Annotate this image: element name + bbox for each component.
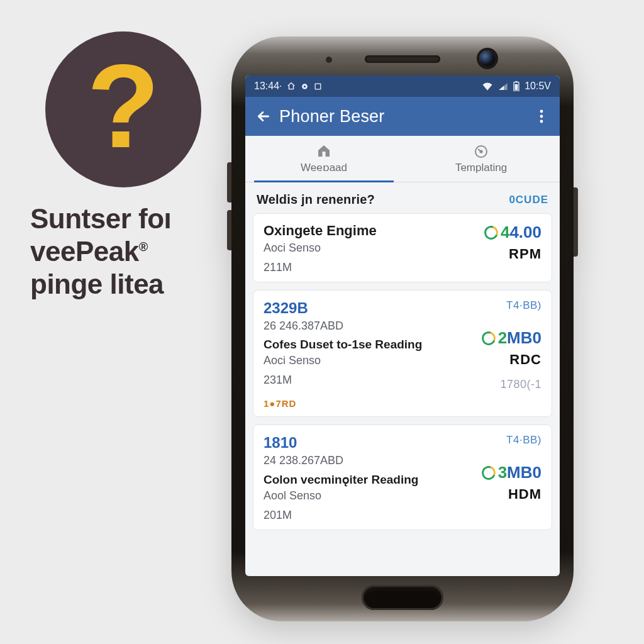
svg-rect-4 xyxy=(515,84,518,91)
card-subtitle: Aoci Senso xyxy=(264,242,377,255)
card-reading-title: Cofes Duset to-1se Reading xyxy=(264,338,422,352)
arrow-left-icon xyxy=(255,108,272,125)
tab-home[interactable]: Weeɒaad xyxy=(245,136,402,182)
svg-point-7 xyxy=(540,115,543,118)
reading-card[interactable]: Oxingete Engime Aoci Senso 211M 44.00 RP… xyxy=(253,213,552,282)
more-vert-icon xyxy=(540,109,543,124)
tab-bar: Weeɒaad Templating xyxy=(245,136,560,182)
value-rest: 4.00 xyxy=(509,223,541,242)
home-button[interactable] xyxy=(362,585,443,610)
front-camera xyxy=(479,50,496,67)
signal-icon xyxy=(498,82,508,91)
card-detail: 211M xyxy=(264,261,377,274)
card-right: T4·BB) 2MB0 RDC 1780(-1 xyxy=(482,299,541,409)
card-value: 44.00 xyxy=(484,223,541,242)
phone-screen: 13:44· xyxy=(245,75,560,576)
value-lead: 4 xyxy=(501,223,509,242)
gauge-ring-icon xyxy=(482,223,500,242)
card-code: 2329B xyxy=(264,299,422,317)
svg-rect-2 xyxy=(316,84,321,89)
square-icon xyxy=(314,82,322,91)
promo-block: ? Suntser foı veePeak® pinge litea xyxy=(30,31,231,301)
card-value: 3MB0 xyxy=(482,463,541,482)
card-left: Oxingete Engime Aoci Senso 211M xyxy=(264,223,377,274)
promo-text: Suntser foı veePeak® pinge litea xyxy=(30,203,231,301)
card-badge: T4·BB) xyxy=(506,434,541,447)
card-sensor: Aool Senso xyxy=(264,489,418,502)
card-right: T4·BB) 3MB0 HDM xyxy=(482,434,541,522)
gauge-ring-icon xyxy=(479,464,497,482)
svg-point-11 xyxy=(480,150,482,152)
gauge-ring-icon xyxy=(479,329,497,347)
card-title: Oxingete Engime xyxy=(264,223,377,239)
section-header: Weldis jn renenrie? 0CUDE xyxy=(245,182,560,213)
svg-point-6 xyxy=(540,110,543,113)
house-icon xyxy=(316,143,332,158)
gauge-icon xyxy=(474,144,489,159)
card-badge: T4·BB) xyxy=(506,299,541,312)
app-title: Phoner Beser xyxy=(279,107,532,126)
section-action-link[interactable]: 0CUDE xyxy=(509,194,548,206)
status-left: 13:44· xyxy=(254,80,322,92)
home-pill-icon xyxy=(287,82,296,91)
card-unit: RPM xyxy=(509,246,541,262)
value-lead: 3 xyxy=(498,463,507,482)
more-menu-button[interactable] xyxy=(532,109,551,124)
card-value: 2MB0 xyxy=(482,328,541,348)
promo-line-2: veePeak® xyxy=(30,235,231,268)
card-subtitle: 24 238.267ABD xyxy=(264,454,418,467)
status-bar: 13:44· xyxy=(245,75,560,97)
card-reading-title: Colon vecminǫiter Reading xyxy=(264,472,418,487)
volume-up-button xyxy=(227,162,231,203)
promo-brand: veePeak xyxy=(30,236,139,267)
section-question: Weldis jn renenrie? xyxy=(257,192,375,207)
power-button xyxy=(574,187,578,257)
question-mark-icon: ? xyxy=(87,46,160,165)
card-detail: 231M xyxy=(264,374,422,387)
tab-label: Weeɒaad xyxy=(301,161,347,174)
app-bar: Phoner Beser xyxy=(245,97,560,136)
back-button[interactable] xyxy=(252,108,275,125)
reading-card[interactable]: 2329B 26 246.387ABD Cofes Duset to-1se R… xyxy=(253,290,552,417)
phone-device: 13:44· xyxy=(231,36,574,621)
registered-icon: ® xyxy=(139,240,148,253)
circle-icon xyxy=(301,82,309,91)
svg-rect-5 xyxy=(516,81,518,82)
promo-line-3: pinge litea xyxy=(30,268,231,301)
card-detail: 201M xyxy=(264,509,418,522)
svg-point-1 xyxy=(304,85,306,87)
proximity-sensor xyxy=(326,57,332,63)
value-rest: MB0 xyxy=(507,463,541,482)
card-left: 2329B 26 246.387ABD Cofes Duset to-1se R… xyxy=(264,299,422,409)
card-list: Oxingete Engime Aoci Senso 211M 44.00 RP… xyxy=(245,213,560,530)
svg-point-8 xyxy=(540,120,543,123)
reading-card[interactable]: 1810 24 238.267ABD Colon vecminǫiter Rea… xyxy=(253,425,552,530)
card-unit: RDC xyxy=(509,352,541,368)
earpiece-speaker xyxy=(365,55,440,63)
promo-question-circle: ? xyxy=(45,31,201,187)
battery-icon xyxy=(513,81,519,91)
card-unit: HDM xyxy=(508,486,541,502)
status-time-right: 10:5V xyxy=(525,80,551,92)
card-left: 1810 24 238.267ABD Colon vecminǫiter Rea… xyxy=(264,434,418,522)
promo-line-1: Suntser foı xyxy=(30,203,231,235)
status-right: 10:5V xyxy=(482,80,551,92)
card-right: 44.00 RPM xyxy=(484,223,541,274)
volume-down-button xyxy=(227,210,231,250)
svg-rect-9 xyxy=(323,152,326,157)
card-faint-value: 1780(-1 xyxy=(500,378,541,391)
tab-label: Templating xyxy=(455,162,507,174)
wifi-icon xyxy=(482,82,493,91)
status-time-left: 13:44· xyxy=(254,80,282,92)
card-subtitle: 26 246.387ABD xyxy=(264,319,422,333)
card-tag: 1●7RD xyxy=(264,398,422,409)
value-rest: MB0 xyxy=(507,328,541,347)
value-lead: 2 xyxy=(498,328,507,347)
card-code: 1810 xyxy=(264,434,418,452)
tab-templating[interactable]: Templating xyxy=(402,136,560,182)
card-sensor: Aoci Senso xyxy=(264,354,422,367)
